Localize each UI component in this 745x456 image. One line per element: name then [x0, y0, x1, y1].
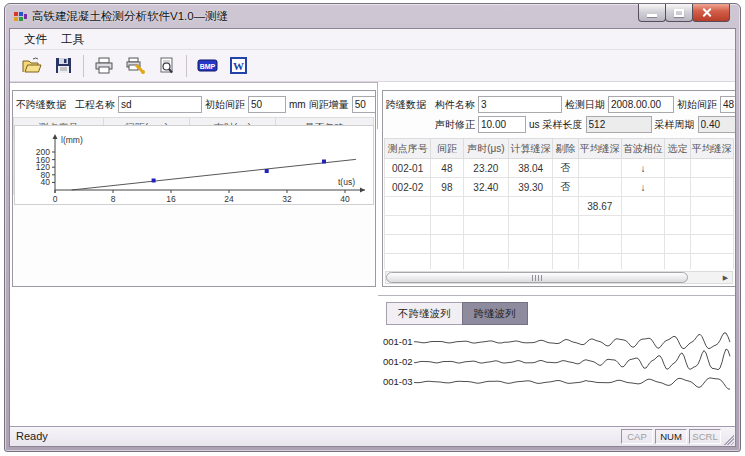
print-preview-button[interactable] — [152, 53, 180, 79]
table-cell[interactable] — [665, 159, 691, 178]
table-cell[interactable] — [578, 159, 621, 178]
table-cell[interactable] — [690, 197, 733, 216]
toolbar-separator — [186, 55, 187, 77]
component-name-input[interactable] — [478, 96, 562, 113]
table-cell[interactable] — [665, 235, 691, 254]
scrollbar-thumb[interactable] — [386, 272, 688, 283]
table-cell[interactable] — [431, 216, 463, 235]
menu-item-file[interactable]: 文件 — [17, 30, 54, 49]
column-header: 平均缝深 — [578, 139, 621, 159]
maximize-button[interactable] — [665, 4, 693, 22]
save-file-button[interactable] — [49, 53, 77, 79]
sample-period-input[interactable] — [698, 116, 735, 133]
table-row[interactable]: 38.67 — [385, 197, 734, 216]
increment-input[interactable] — [352, 96, 375, 113]
table-cell[interactable] — [385, 197, 431, 216]
table-row[interactable] — [385, 254, 734, 270]
table-cell[interactable] — [665, 197, 691, 216]
waveform-trace — [414, 349, 730, 370]
table-cell[interactable]: 38.04 — [509, 159, 553, 178]
table-cell[interactable] — [385, 235, 431, 254]
table-row[interactable]: 002-014823.2038.04否↓ — [385, 159, 734, 178]
export-word-button[interactable]: W — [224, 53, 252, 79]
table-cell[interactable] — [578, 235, 621, 254]
test-date-input[interactable] — [608, 96, 674, 113]
table-cell[interactable] — [463, 254, 509, 270]
table-cell[interactable]: 98 — [431, 178, 463, 197]
open-file-button[interactable] — [18, 53, 46, 79]
table-cell[interactable]: ↓ — [621, 178, 664, 197]
cross-table: 测点序号间距声时(μs)计算缝深剔除平均缝深首波相位选定平均缝深002-0148… — [384, 138, 734, 269]
sample-length-input[interactable] — [586, 116, 652, 133]
menu-item-tools[interactable]: 工具 — [54, 30, 91, 49]
close-button[interactable] — [692, 4, 730, 22]
horizontal-scrollbar[interactable]: ▶ — [385, 271, 733, 284]
table-cell[interactable] — [553, 254, 579, 270]
cap-indicator: CAP — [621, 429, 653, 444]
table-cell[interactable] — [463, 197, 509, 216]
component-name-label: 构件名称 — [435, 98, 475, 112]
table-cell[interactable] — [553, 216, 579, 235]
tab-no-cross-wave[interactable]: 不跨缝波列 — [386, 302, 463, 325]
table-cell[interactable]: 39.30 — [509, 178, 553, 197]
table-cell[interactable] — [431, 235, 463, 254]
export-bmp-icon: BMP — [197, 56, 218, 75]
table-cell[interactable] — [690, 159, 733, 178]
table-cell[interactable]: 48 — [431, 159, 463, 178]
table-cell[interactable] — [690, 254, 733, 270]
print-button[interactable] — [90, 53, 118, 79]
table-cell[interactable]: 23.20 — [463, 159, 509, 178]
table-cell[interactable] — [463, 235, 509, 254]
table-cell[interactable] — [621, 197, 664, 216]
table-row[interactable]: 002-029832.4039.30否↓ — [385, 178, 734, 197]
sound-correction-input[interactable] — [478, 116, 526, 133]
table-cell[interactable] — [385, 216, 431, 235]
project-name-input[interactable] — [118, 96, 202, 113]
table-cell[interactable] — [385, 254, 431, 270]
scroll-right-arrow-icon[interactable]: ▶ — [719, 272, 732, 283]
table-row[interactable] — [385, 235, 734, 254]
resize-grip[interactable] — [721, 432, 734, 445]
table-cell[interactable] — [621, 235, 664, 254]
table-cell[interactable]: 002-02 — [385, 178, 431, 197]
regression-chart: 08162432404080120160200l(mm)t(us) — [14, 125, 374, 205]
table-cell[interactable]: 32.40 — [463, 178, 509, 197]
client-area: 文件工具 BMPW 不跨缝数据 工程名称 初始间距 mm 间距增量 mm 测点序… — [9, 28, 736, 447]
table-cell[interactable] — [690, 178, 733, 197]
table-cell[interactable]: 38.67 — [578, 197, 621, 216]
cross-init-spacing-input[interactable] — [720, 96, 735, 113]
table-cell[interactable] — [621, 216, 664, 235]
table-row[interactable] — [385, 216, 734, 235]
table-cell[interactable] — [553, 235, 579, 254]
table-cell[interactable] — [621, 254, 664, 270]
table-cell[interactable] — [553, 197, 579, 216]
table-cell[interactable] — [509, 254, 553, 270]
table-cell[interactable]: 002-01 — [385, 159, 431, 178]
column-header: 计算缝深 — [509, 139, 553, 159]
table-cell[interactable] — [463, 216, 509, 235]
table-cell[interactable] — [665, 216, 691, 235]
init-spacing-input[interactable] — [248, 96, 286, 113]
waveform-trace — [414, 378, 730, 389]
title-bar[interactable]: 高铁建混凝土检测分析软件V1.0—测缝 — [5, 4, 740, 28]
table-cell[interactable] — [431, 254, 463, 270]
table-cell[interactable] — [431, 197, 463, 216]
print-setup-button[interactable] — [121, 53, 149, 79]
export-bmp-button[interactable]: BMP — [193, 53, 221, 79]
table-cell[interactable]: ↓ — [621, 159, 664, 178]
table-cell[interactable] — [578, 178, 621, 197]
table-cell[interactable] — [509, 235, 553, 254]
waveform-panel: 不跨缝波列跨缝波列 001-01001-02001-03 — [378, 295, 735, 426]
table-cell[interactable] — [578, 254, 621, 270]
table-cell[interactable]: 否 — [553, 159, 579, 178]
minimize-button[interactable] — [638, 4, 666, 22]
table-cell[interactable] — [665, 254, 691, 270]
table-cell[interactable]: 否 — [553, 178, 579, 197]
tab-cross-wave[interactable]: 跨缝波列 — [462, 302, 528, 325]
table-cell[interactable] — [690, 235, 733, 254]
table-cell[interactable] — [690, 216, 733, 235]
table-cell[interactable] — [509, 197, 553, 216]
table-cell[interactable] — [665, 178, 691, 197]
table-cell[interactable] — [509, 216, 553, 235]
table-cell[interactable] — [578, 216, 621, 235]
